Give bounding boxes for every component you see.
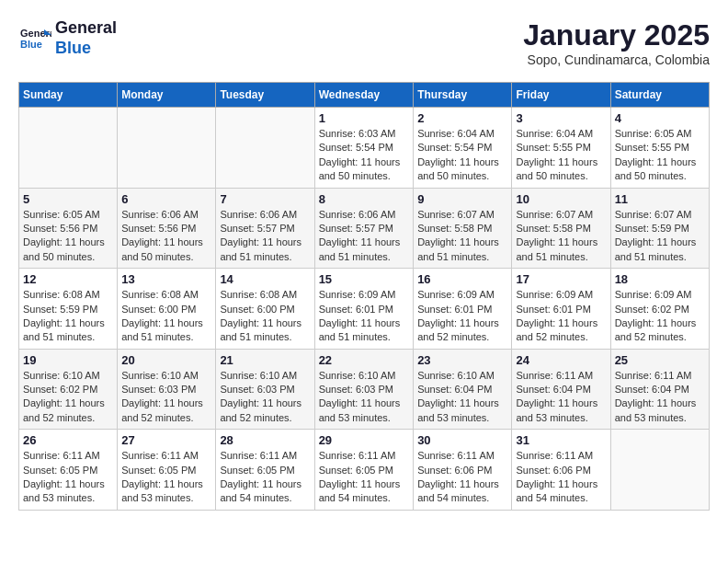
day-info: Sunrise: 6:09 AMSunset: 6:02 PMDaylight:…	[615, 288, 705, 345]
calendar-cell: 18Sunrise: 6:09 AMSunset: 6:02 PMDayligh…	[610, 269, 709, 350]
svg-text:Blue: Blue	[20, 39, 42, 50]
day-number: 19	[23, 353, 113, 367]
calendar-cell: 24Sunrise: 6:11 AMSunset: 6:04 PMDayligh…	[512, 349, 610, 430]
day-info: Sunrise: 6:07 AMSunset: 5:58 PMDaylight:…	[516, 208, 606, 265]
calendar-cell: 12Sunrise: 6:08 AMSunset: 5:59 PMDayligh…	[19, 269, 118, 350]
calendar-cell: 11Sunrise: 6:07 AMSunset: 5:59 PMDayligh…	[610, 188, 709, 269]
day-number: 31	[516, 433, 606, 447]
calendar-week-row: 5Sunrise: 6:05 AMSunset: 5:56 PMDaylight…	[19, 188, 710, 269]
calendar-cell	[610, 430, 709, 511]
day-number: 23	[417, 353, 507, 367]
day-number: 16	[417, 272, 507, 286]
day-number: 4	[615, 111, 705, 125]
calendar-cell: 20Sunrise: 6:10 AMSunset: 6:03 PMDayligh…	[118, 349, 216, 430]
calendar-cell: 29Sunrise: 6:11 AMSunset: 6:05 PMDayligh…	[314, 430, 414, 511]
day-number: 11	[615, 192, 705, 206]
day-info: Sunrise: 6:11 AMSunset: 6:05 PMDaylight:…	[121, 449, 211, 506]
calendar-week-row: 12Sunrise: 6:08 AMSunset: 5:59 PMDayligh…	[19, 269, 710, 350]
calendar-cell: 17Sunrise: 6:09 AMSunset: 6:01 PMDayligh…	[512, 269, 610, 350]
day-info: Sunrise: 6:08 AMSunset: 6:00 PMDaylight:…	[220, 288, 310, 345]
day-info: Sunrise: 6:08 AMSunset: 5:59 PMDaylight:…	[23, 288, 113, 345]
weekday-header: Thursday	[414, 83, 512, 108]
day-number: 3	[516, 111, 606, 125]
calendar-cell: 30Sunrise: 6:11 AMSunset: 6:06 PMDayligh…	[414, 430, 512, 511]
calendar-cell: 16Sunrise: 6:09 AMSunset: 6:01 PMDayligh…	[414, 269, 512, 350]
weekday-header: Wednesday	[314, 83, 414, 108]
day-info: Sunrise: 6:09 AMSunset: 6:01 PMDaylight:…	[417, 288, 507, 345]
day-info: Sunrise: 6:11 AMSunset: 6:04 PMDaylight:…	[615, 369, 705, 426]
day-number: 13	[121, 272, 211, 286]
day-info: Sunrise: 6:06 AMSunset: 5:57 PMDaylight:…	[319, 208, 410, 265]
day-number: 10	[516, 192, 606, 206]
calendar-header-row: SundayMondayTuesdayWednesdayThursdayFrid…	[19, 83, 710, 108]
day-info: Sunrise: 6:09 AMSunset: 6:01 PMDaylight:…	[516, 288, 606, 345]
day-number: 7	[220, 192, 310, 206]
day-info: Sunrise: 6:05 AMSunset: 5:55 PMDaylight:…	[615, 127, 705, 184]
day-info: Sunrise: 6:05 AMSunset: 5:56 PMDaylight:…	[23, 208, 113, 265]
day-number: 22	[319, 353, 410, 367]
location: Sopo, Cundinamarca, Colombia	[523, 52, 710, 67]
calendar-cell	[19, 108, 118, 189]
day-number: 17	[516, 272, 606, 286]
day-info: Sunrise: 6:11 AMSunset: 6:06 PMDaylight:…	[417, 449, 507, 506]
day-info: Sunrise: 6:06 AMSunset: 5:56 PMDaylight:…	[121, 208, 211, 265]
calendar-cell: 22Sunrise: 6:10 AMSunset: 6:03 PMDayligh…	[314, 349, 414, 430]
day-number: 25	[615, 353, 705, 367]
calendar-cell: 28Sunrise: 6:11 AMSunset: 6:05 PMDayligh…	[216, 430, 314, 511]
calendar-cell: 1Sunrise: 6:03 AMSunset: 5:54 PMDaylight…	[314, 108, 414, 189]
day-number: 24	[516, 353, 606, 367]
calendar-cell: 8Sunrise: 6:06 AMSunset: 5:57 PMDaylight…	[314, 188, 414, 269]
calendar-week-row: 26Sunrise: 6:11 AMSunset: 6:05 PMDayligh…	[19, 430, 710, 511]
logo-text: General Blue	[55, 18, 117, 58]
calendar-table: SundayMondayTuesdayWednesdayThursdayFrid…	[18, 82, 710, 511]
calendar-cell: 4Sunrise: 6:05 AMSunset: 5:55 PMDaylight…	[610, 108, 709, 189]
weekday-header: Sunday	[19, 83, 118, 108]
page-header: General Blue General Blue January 2025 S…	[18, 18, 710, 67]
calendar-cell: 5Sunrise: 6:05 AMSunset: 5:56 PMDaylight…	[19, 188, 118, 269]
day-number: 9	[417, 192, 507, 206]
day-info: Sunrise: 6:11 AMSunset: 6:05 PMDaylight:…	[23, 449, 113, 506]
day-info: Sunrise: 6:04 AMSunset: 5:54 PMDaylight:…	[417, 127, 507, 184]
day-info: Sunrise: 6:10 AMSunset: 6:03 PMDaylight:…	[220, 369, 310, 426]
day-info: Sunrise: 6:10 AMSunset: 6:03 PMDaylight:…	[121, 369, 211, 426]
day-info: Sunrise: 6:04 AMSunset: 5:55 PMDaylight:…	[516, 127, 606, 184]
day-number: 21	[220, 353, 310, 367]
day-info: Sunrise: 6:07 AMSunset: 5:58 PMDaylight:…	[417, 208, 507, 265]
calendar-cell: 31Sunrise: 6:11 AMSunset: 6:06 PMDayligh…	[512, 430, 610, 511]
logo: General Blue General Blue	[18, 18, 117, 58]
day-number: 30	[417, 433, 507, 447]
day-info: Sunrise: 6:10 AMSunset: 6:04 PMDaylight:…	[417, 369, 507, 426]
day-number: 1	[319, 111, 410, 125]
calendar-cell: 23Sunrise: 6:10 AMSunset: 6:04 PMDayligh…	[414, 349, 512, 430]
day-info: Sunrise: 6:09 AMSunset: 6:01 PMDaylight:…	[319, 288, 410, 345]
calendar-cell: 19Sunrise: 6:10 AMSunset: 6:02 PMDayligh…	[19, 349, 118, 430]
calendar-week-row: 19Sunrise: 6:10 AMSunset: 6:02 PMDayligh…	[19, 349, 710, 430]
day-info: Sunrise: 6:08 AMSunset: 6:00 PMDaylight:…	[121, 288, 211, 345]
day-number: 26	[23, 433, 113, 447]
day-info: Sunrise: 6:11 AMSunset: 6:05 PMDaylight:…	[220, 449, 310, 506]
weekday-header: Monday	[118, 83, 216, 108]
day-info: Sunrise: 6:11 AMSunset: 6:04 PMDaylight:…	[516, 369, 606, 426]
day-number: 6	[121, 192, 211, 206]
calendar-cell: 3Sunrise: 6:04 AMSunset: 5:55 PMDaylight…	[512, 108, 610, 189]
calendar-cell	[216, 108, 314, 189]
calendar-cell: 6Sunrise: 6:06 AMSunset: 5:56 PMDaylight…	[118, 188, 216, 269]
day-number: 20	[121, 353, 211, 367]
weekday-header: Saturday	[610, 83, 709, 108]
day-info: Sunrise: 6:10 AMSunset: 6:03 PMDaylight:…	[319, 369, 410, 426]
calendar-week-row: 1Sunrise: 6:03 AMSunset: 5:54 PMDaylight…	[19, 108, 710, 189]
calendar-cell	[118, 108, 216, 189]
weekday-header: Tuesday	[216, 83, 314, 108]
day-info: Sunrise: 6:11 AMSunset: 6:06 PMDaylight:…	[516, 449, 606, 506]
day-number: 5	[23, 192, 113, 206]
day-number: 15	[319, 272, 410, 286]
logo-icon: General Blue	[18, 22, 51, 55]
calendar-cell: 27Sunrise: 6:11 AMSunset: 6:05 PMDayligh…	[118, 430, 216, 511]
day-number: 8	[319, 192, 410, 206]
day-info: Sunrise: 6:11 AMSunset: 6:05 PMDaylight:…	[319, 449, 410, 506]
calendar-cell: 15Sunrise: 6:09 AMSunset: 6:01 PMDayligh…	[314, 269, 414, 350]
calendar-cell: 7Sunrise: 6:06 AMSunset: 5:57 PMDaylight…	[216, 188, 314, 269]
weekday-header: Friday	[512, 83, 610, 108]
calendar-cell: 14Sunrise: 6:08 AMSunset: 6:00 PMDayligh…	[216, 269, 314, 350]
day-info: Sunrise: 6:03 AMSunset: 5:54 PMDaylight:…	[319, 127, 410, 184]
